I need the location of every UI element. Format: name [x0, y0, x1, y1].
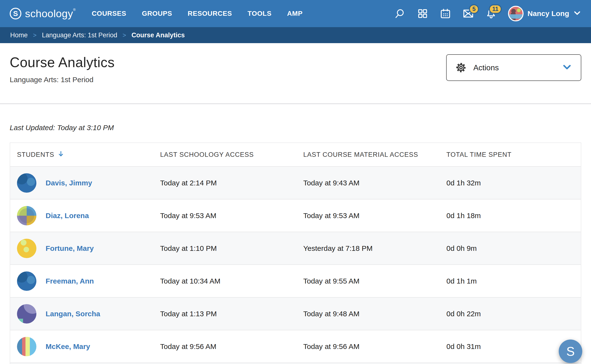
- last-schoology-access-cell: Today at 9:53 AM: [160, 212, 303, 220]
- student-cell: McKee, Mary: [17, 337, 160, 356]
- nav-courses[interactable]: COURSES: [92, 10, 126, 17]
- notifications-badge: 11: [489, 4, 502, 14]
- table-row-partial: [10, 363, 581, 364]
- last-schoology-access-cell: Today at 2:14 PM: [160, 179, 303, 187]
- column-header-total-time[interactable]: TOTAL TIME SPENT: [446, 151, 581, 158]
- student-avatar[interactable]: [17, 337, 36, 356]
- gear-icon: [455, 62, 467, 73]
- table-row: McKee, Mary Today at 9:56 AM Today at 9:…: [10, 330, 581, 363]
- last-schoology-access-cell: Today at 1:10 PM: [160, 244, 303, 253]
- total-time-spent-cell: 0d 0h 22m: [446, 310, 581, 318]
- student-name-link[interactable]: McKee, Mary: [46, 342, 90, 351]
- user-avatar: [508, 6, 524, 21]
- app-grid-icon[interactable]: [417, 8, 428, 19]
- page-header: Course Analytics Language Arts: 1st Peri…: [0, 43, 591, 104]
- last-updated-text: Last Updated: Today at 3:10 PM: [10, 124, 581, 132]
- column-header-students[interactable]: STUDENTS: [17, 150, 160, 159]
- total-time-spent-cell: 0d 1h 18m: [446, 212, 581, 220]
- main-content: Last Updated: Today at 3:10 PM STUDENTS …: [0, 124, 591, 364]
- student-avatar[interactable]: [17, 206, 36, 225]
- schoology-logo-icon: S: [10, 8, 21, 19]
- student-avatar[interactable]: [17, 173, 36, 193]
- breadcrumb-separator: >: [123, 32, 126, 39]
- student-name-link[interactable]: Diaz, Lorena: [46, 212, 89, 220]
- student-avatar[interactable]: [17, 271, 36, 291]
- last-material-access-cell: Today at 9:53 AM: [303, 212, 446, 220]
- messages-envelope-icon[interactable]: 5: [462, 8, 474, 19]
- actions-button[interactable]: Actions: [446, 54, 581, 81]
- student-name-link[interactable]: Davis, Jimmy: [46, 179, 92, 187]
- breadcrumb-current-page: Course Analytics: [131, 32, 185, 39]
- user-menu[interactable]: Nancy Long: [508, 6, 581, 21]
- student-cell: Davis, Jimmy: [17, 173, 160, 193]
- last-material-access-cell: Today at 9:43 AM: [303, 179, 446, 187]
- breadcrumb-separator: >: [33, 32, 37, 39]
- actions-button-label: Actions: [473, 63, 499, 72]
- last-material-access-cell: Yesterday at 7:18 PM: [303, 244, 446, 253]
- student-name-link[interactable]: Fortune, Mary: [46, 244, 94, 253]
- breadcrumb-home[interactable]: Home: [10, 32, 28, 39]
- last-schoology-access-cell: Today at 1:13 PM: [160, 310, 303, 318]
- student-cell: Freeman, Ann: [17, 271, 160, 291]
- support-fab-button[interactable]: S: [559, 340, 582, 363]
- nav-tools[interactable]: TOOLS: [247, 10, 271, 17]
- student-cell: Diaz, Lorena: [17, 206, 160, 225]
- analytics-table: STUDENTS LAST SCHOOLOGY ACCESS LAST COUR…: [10, 142, 581, 364]
- page-title: Course Analytics: [10, 54, 115, 70]
- last-schoology-access-cell: Today at 9:56 AM: [160, 342, 303, 351]
- nav-groups[interactable]: GROUPS: [142, 10, 172, 17]
- table-row: Langan, Sorcha Today at 1:13 PM Today at…: [10, 297, 581, 330]
- student-avatar[interactable]: [17, 239, 36, 258]
- user-name: Nancy Long: [527, 9, 569, 18]
- student-cell: Fortune, Mary: [17, 239, 160, 258]
- total-time-spent-cell: 0d 1h 32m: [446, 179, 581, 187]
- last-material-access-cell: Today at 9:56 AM: [303, 342, 446, 351]
- last-material-access-cell: Today at 9:55 AM: [303, 277, 446, 285]
- support-fab-label: S: [566, 344, 575, 359]
- breadcrumb-course[interactable]: Language Arts: 1st Period: [42, 32, 117, 39]
- table-row: Davis, Jimmy Today at 2:14 PM Today at 9…: [10, 166, 581, 199]
- schoology-wordmark: schoology®: [25, 8, 76, 20]
- search-icon[interactable]: [394, 8, 406, 19]
- sort-descending-icon: [57, 150, 65, 159]
- table-body: Davis, Jimmy Today at 2:14 PM Today at 9…: [10, 166, 581, 363]
- calendar-icon[interactable]: [440, 8, 451, 19]
- table-header-row: STUDENTS LAST SCHOOLOGY ACCESS LAST COUR…: [10, 143, 581, 166]
- column-header-last-schoology-access[interactable]: LAST SCHOOLOGY ACCESS: [160, 151, 303, 158]
- breadcrumb: Home > Language Arts: 1st Period > Cours…: [0, 27, 591, 43]
- last-schoology-access-cell: Today at 10:34 AM: [160, 277, 303, 285]
- page-subtitle: Language Arts: 1st Period: [10, 76, 115, 84]
- table-row: Diaz, Lorena Today at 9:53 AM Today at 9…: [10, 199, 581, 232]
- total-time-spent-cell: 0d 1h 1m: [446, 277, 581, 285]
- column-header-last-material-access[interactable]: LAST COURSE MATERIAL ACCESS: [303, 151, 446, 158]
- trademark-symbol: ®: [73, 8, 76, 12]
- top-navbar: S schoology® COURSES GROUPS RESOURCES TO…: [0, 0, 591, 27]
- table-row: Fortune, Mary Today at 1:10 PM Yesterday…: [10, 232, 581, 264]
- primary-nav: COURSES GROUPS RESOURCES TOOLS AMP: [92, 10, 303, 17]
- student-avatar[interactable]: [17, 304, 36, 324]
- table-row: Freeman, Ann Today at 10:34 AM Today at …: [10, 264, 581, 297]
- chevron-down-icon: [562, 62, 572, 73]
- notifications-bell-icon[interactable]: 11: [485, 8, 497, 19]
- student-cell: Langan, Sorcha: [17, 304, 160, 324]
- student-name-link[interactable]: Langan, Sorcha: [46, 310, 100, 318]
- schoology-logo[interactable]: S schoology®: [10, 8, 76, 20]
- chevron-down-icon: [573, 9, 581, 18]
- nav-amp[interactable]: AMP: [287, 10, 303, 17]
- messages-badge: 5: [469, 4, 479, 14]
- total-time-spent-cell: 0d 0h 9m: [446, 244, 581, 253]
- student-name-link[interactable]: Freeman, Ann: [46, 277, 94, 285]
- last-material-access-cell: Today at 9:48 AM: [303, 310, 446, 318]
- nav-resources[interactable]: RESOURCES: [188, 10, 232, 17]
- nav-utilities: 5 11 Nancy Long: [394, 6, 581, 21]
